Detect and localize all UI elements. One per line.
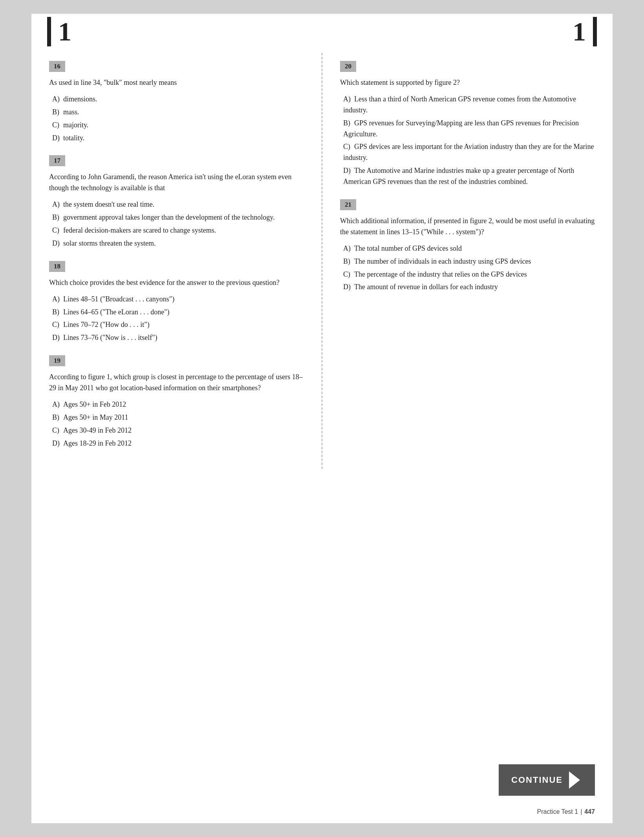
right-column: 20 Which statement is supported by figur… — [322, 53, 613, 469]
continue-button[interactable]: CONTINUE — [499, 764, 595, 796]
q20-answer-b[interactable]: B)GPS revenues for Surveying/Mapping are… — [340, 118, 595, 140]
question-17-number: 17 — [49, 155, 65, 166]
q16-letter-c: C) — [52, 120, 63, 131]
question-20-answers: A)Less than a third of North American GP… — [340, 94, 595, 187]
question-18: 18 Which choice provides the best eviden… — [49, 261, 304, 343]
question-19-text: According to figure 1, which group is cl… — [49, 372, 304, 394]
continue-arrow-icon — [569, 771, 580, 789]
header-right: 1 — [573, 17, 597, 46]
question-20: 20 Which statement is supported by figur… — [340, 61, 595, 187]
footer-page: 447 — [584, 808, 595, 815]
content-area: 16 As used in line 34, "bulk" most nearl… — [31, 49, 613, 469]
question-17: 17 According to John Garamendi, the reas… — [49, 155, 304, 249]
header-left: 1 — [47, 17, 71, 46]
q21-answer-d[interactable]: D)The amount of revenue in dollars for e… — [340, 282, 595, 293]
question-19-answers: A)Ages 50+ in Feb 2012 B)Ages 50+ in May… — [49, 399, 304, 449]
q19-answer-d[interactable]: D)Ages 18-29 in Feb 2012 — [49, 438, 304, 449]
question-21-text: Which additional information, if present… — [340, 216, 595, 238]
q20-answer-a[interactable]: A)Less than a third of North American GP… — [340, 94, 595, 116]
page-footer: Practice Test 1|447 — [537, 808, 595, 815]
question-20-text: Which statement is supported by figure 2… — [340, 77, 595, 88]
left-column: 16 As used in line 34, "bulk" most nearl… — [31, 53, 322, 469]
header-number-right: 1 — [573, 18, 586, 45]
q16-answer-a[interactable]: A)dimensions. — [49, 94, 304, 105]
question-17-answers: A)the system doesn't use real time. B)go… — [49, 199, 304, 249]
q20-answer-c[interactable]: C)GPS devices are less important for the… — [340, 141, 595, 163]
question-16-number: 16 — [49, 61, 65, 72]
q18-answer-c[interactable]: C)Lines 70–72 ("How do . . . it") — [49, 319, 304, 330]
page-header: 1 1 — [31, 14, 613, 49]
question-19: 19 According to figure 1, which group is… — [49, 355, 304, 449]
q18-answer-a[interactable]: A)Lines 48–51 ("Broadcast . . . canyons"… — [49, 294, 304, 305]
q19-answer-b[interactable]: B)Ages 50+ in May 2011 — [49, 412, 304, 423]
question-18-number: 18 — [49, 261, 65, 272]
footer-separator: | — [580, 808, 582, 815]
q16-letter-a: A) — [52, 94, 63, 105]
question-21: 21 Which additional information, if pres… — [340, 199, 595, 293]
continue-label: CONTINUE — [511, 775, 563, 785]
q17-answer-b[interactable]: B)government approval takes longer than … — [49, 212, 304, 223]
q21-answer-b[interactable]: B)The number of individuals in each indu… — [340, 256, 595, 267]
header-number-left: 1 — [58, 18, 71, 45]
header-bar-left — [47, 17, 51, 46]
q16-letter-b: B) — [52, 107, 63, 118]
q17-answer-a[interactable]: A)the system doesn't use real time. — [49, 199, 304, 210]
page: 1 1 16 As used in line 34, "bulk" most n… — [31, 14, 613, 823]
question-17-text: According to John Garamendi, the reason … — [49, 172, 304, 194]
q16-answer-c[interactable]: C)majority. — [49, 120, 304, 131]
q21-answer-c[interactable]: C)The percentage of the industry that re… — [340, 269, 595, 280]
q17-answer-c[interactable]: C)federal decision-makers are scared to … — [49, 225, 304, 236]
question-20-number: 20 — [340, 61, 356, 72]
q21-answer-a[interactable]: A)The total number of GPS devices sold — [340, 243, 595, 254]
question-16: 16 As used in line 34, "bulk" most nearl… — [49, 61, 304, 143]
q16-answer-d[interactable]: D)totality. — [49, 133, 304, 144]
q16-letter-d: D) — [52, 133, 63, 144]
question-16-text: As used in line 34, "bulk" most nearly m… — [49, 77, 304, 88]
question-21-number: 21 — [340, 199, 356, 210]
q16-answer-b[interactable]: B)mass. — [49, 107, 304, 118]
question-18-answers: A)Lines 48–51 ("Broadcast . . . canyons"… — [49, 294, 304, 344]
header-bar-right — [593, 17, 597, 46]
q20-answer-d[interactable]: D)The Automotive and Marine industries m… — [340, 165, 595, 187]
q18-answer-d[interactable]: D)Lines 73–76 ("Now is . . . itself") — [49, 332, 304, 343]
q19-answer-c[interactable]: C)Ages 30-49 in Feb 2012 — [49, 425, 304, 436]
continue-container: CONTINUE — [499, 764, 595, 796]
question-18-text: Which choice provides the best evidence … — [49, 277, 304, 288]
q19-answer-a[interactable]: A)Ages 50+ in Feb 2012 — [49, 399, 304, 410]
q18-answer-b[interactable]: B)Lines 64–65 ("The eLoran . . . done") — [49, 307, 304, 318]
question-21-answers: A)The total number of GPS devices sold B… — [340, 243, 595, 293]
q17-answer-d[interactable]: D)solar storms threaten the system. — [49, 238, 304, 249]
footer-text: Practice Test 1 — [537, 808, 578, 815]
question-19-number: 19 — [49, 355, 65, 366]
question-16-answers: A)dimensions. B)mass. C)majority. D)tota… — [49, 94, 304, 144]
